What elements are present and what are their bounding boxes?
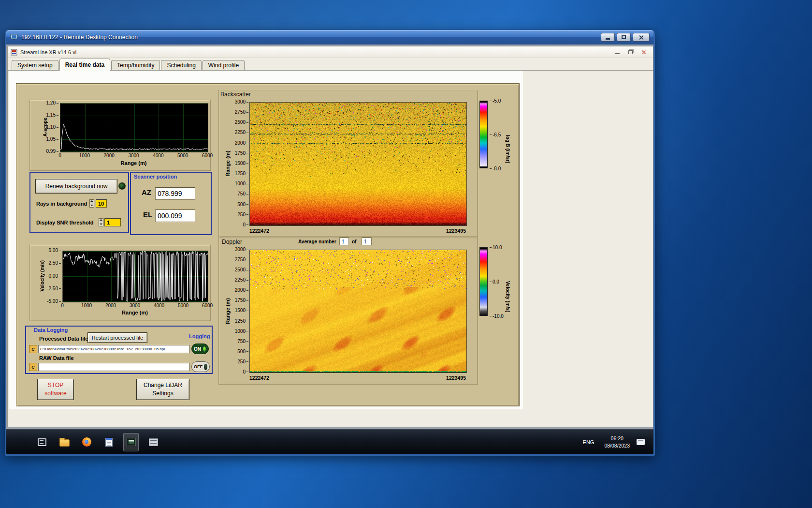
app-close-button[interactable]: [641, 50, 646, 55]
tick-label: 5000: [177, 153, 188, 158]
tick-label: 3000: [235, 247, 248, 253]
tick-label: 0.99: [46, 149, 58, 154]
average-number-value[interactable]: 1: [339, 238, 349, 245]
rdp-maximize-button[interactable]: [617, 33, 631, 42]
language-indicator[interactable]: ENG: [580, 437, 598, 448]
tick-label: 1.10: [46, 124, 58, 130]
ascope-x-axis-label: Range (m): [60, 160, 207, 166]
processed-path-input[interactable]: C:\Lidar\Data\Proc\2023\202308\20230808\…: [38, 345, 189, 353]
backscatter-x-ticks: 12224721223495: [249, 228, 466, 234]
stop-software-button[interactable]: STOP software: [37, 379, 74, 400]
tick-label: 1500: [235, 161, 248, 166]
tab-temp-humidity[interactable]: Temp/humidity: [111, 60, 160, 70]
tick-label: 0: [243, 222, 248, 228]
rdp-minimize-button[interactable]: [601, 33, 615, 42]
processed-logging-toggle[interactable]: ON: [191, 344, 209, 354]
taskview-button[interactable]: [34, 433, 50, 451]
snr-spinner[interactable]: [99, 218, 103, 226]
tick-label: 1000: [235, 181, 248, 187]
tick-label: 3000: [128, 153, 139, 158]
tick-label: 4000: [153, 153, 163, 158]
doppler-colorbar-label: Velocity (m/s): [505, 281, 510, 312]
rays-in-background-label: Rays in background: [36, 201, 87, 207]
app-titlebar[interactable]: StreamLine XR v14-6.vi: [8, 46, 653, 58]
tab-system-setup[interactable]: System setup: [12, 60, 58, 70]
raw-logging-toggle-label: OFF: [194, 364, 203, 369]
tick-label: 0: [243, 369, 248, 375]
backscatter-plot: [249, 102, 467, 226]
tick-label: 1222472: [249, 375, 269, 381]
tab-real-time-data[interactable]: Real time data: [59, 59, 110, 71]
az-value: 078.999: [155, 187, 195, 200]
tab-wind-profile[interactable]: Wind profile: [203, 60, 245, 70]
rdp-titlebar[interactable]: 192.168.0.122 - Remote Desktop Connectio…: [6, 30, 653, 45]
raw-logging-toggle[interactable]: OFF: [191, 361, 210, 372]
el-value: 000.099: [155, 209, 195, 222]
rdp-window-title: 192.168.0.122 - Remote Desktop Connectio…: [21, 34, 138, 41]
velocity-plot: [62, 251, 208, 302]
backscatter-colorbar-label: log B (/m/sr): [505, 135, 510, 163]
raw-path-input[interactable]: [38, 363, 189, 371]
app-window-title: StreamLine XR v14-6.vi: [20, 49, 76, 55]
change-settings-line2: Settings: [152, 389, 173, 398]
rays-spinner[interactable]: [89, 199, 94, 208]
change-settings-line1: Change LiDAR: [144, 381, 182, 389]
app-minimize-button[interactable]: [615, 53, 620, 54]
tick-label: 2500: [235, 120, 248, 125]
taskbar: ENG 06:20 08/08/2023: [6, 429, 653, 454]
change-lidar-settings-button[interactable]: Change LiDAR Settings: [136, 379, 189, 400]
ascope-plot: [60, 103, 208, 152]
rdp-computer-icon: [10, 34, 18, 41]
file-explorer-button[interactable]: [57, 433, 72, 451]
tick-label: 2.50: [49, 260, 61, 266]
processed-logging-toggle-label: ON: [194, 346, 201, 352]
raw-path-drive[interactable]: C: [29, 363, 37, 371]
tick-label: 3000: [235, 99, 248, 105]
stop-software-line2: software: [44, 389, 66, 398]
restart-processed-file-button[interactable]: Restart processed file: [87, 332, 147, 343]
tick-label: 6000: [202, 153, 213, 158]
snr-threshold-value[interactable]: 1: [104, 218, 121, 226]
doppler-colorbar: [479, 247, 488, 316]
backscatter-y-ticks: 3000275025002250200017501500125010007505…: [233, 99, 248, 228]
processed-data-file-label: Processed Data file: [39, 336, 88, 342]
app-restore-button[interactable]: [628, 50, 633, 54]
doppler-plot: [249, 250, 467, 373]
tick-label: 6000: [202, 303, 213, 308]
backscatter-title: Backscatter: [220, 91, 251, 98]
firefox-button[interactable]: [79, 433, 94, 451]
processed-path-drive[interactable]: C: [29, 345, 37, 353]
raw-data-file-label: RAW Data file: [39, 355, 74, 361]
tick-label: 2000: [104, 153, 115, 158]
scanner-position-group: Scanner position AZ 078.999 EL 000.099: [130, 172, 212, 235]
ascope-x-ticks: 0100020003000400050006000: [60, 153, 207, 159]
doppler-x-ticks: 12224721223495: [249, 375, 466, 381]
tick-label: -5.0: [490, 98, 506, 104]
tick-label: 2250: [235, 277, 248, 283]
renew-background-button[interactable]: Renew background now: [35, 179, 117, 194]
rdp-close-button[interactable]: [633, 33, 650, 42]
realtime-panel: A-scope 1.201.151.101.050.99 01000200030…: [16, 83, 520, 406]
streamline-app-button[interactable]: [123, 433, 139, 451]
scan-scheduler-icon: [149, 438, 158, 446]
tab-strip: System setup Real time data Temp/humidit…: [8, 58, 653, 71]
tick-label: 5.00: [49, 248, 61, 254]
taskbar-clock[interactable]: 06:20 08/08/2023: [604, 435, 630, 449]
desktop: { "rdp": { "title": "192.168.0.122 - Rem…: [0, 0, 812, 508]
tick-label: 1750: [235, 150, 248, 156]
tick-label: 0.00: [49, 273, 61, 279]
tick-label: 0: [58, 153, 61, 158]
average-number-label: Average number: [298, 239, 336, 244]
app-vi-icon: [11, 49, 17, 56]
firefox-icon: [82, 437, 91, 447]
tick-label: 1223495: [446, 375, 466, 381]
scan-scheduler-button[interactable]: [145, 433, 161, 451]
notepad-button[interactable]: [101, 433, 116, 451]
tab-scheduling[interactable]: Scheduling: [161, 60, 201, 70]
tick-label: 2000: [235, 287, 248, 293]
rays-in-background-value[interactable]: 10: [96, 199, 107, 208]
notification-icon[interactable]: [637, 439, 645, 445]
tick-label: 250: [237, 212, 248, 218]
doppler-y-axis-label: Range (m): [225, 298, 231, 324]
clock-date: 08/08/2023: [604, 442, 630, 449]
